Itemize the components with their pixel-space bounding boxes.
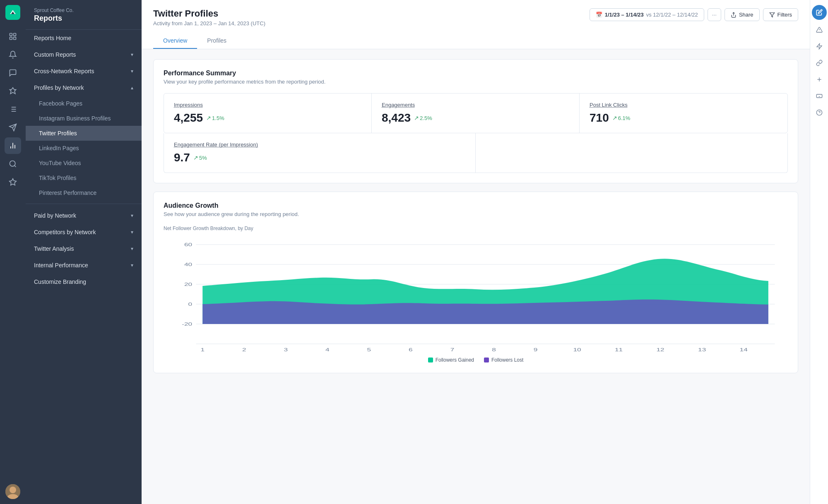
share-label: Share <box>739 12 753 18</box>
engagements-change: ↗ 2.5% <box>414 115 432 121</box>
svg-text:4: 4 <box>325 347 330 352</box>
svg-text:60: 60 <box>184 242 192 247</box>
chart-legend: Followers Gained Followers Lost <box>164 357 788 363</box>
header-actions: 📅 1/1/23 – 1/14/23 vs 12/1/22 – 12/14/22… <box>590 8 798 21</box>
svg-text:8: 8 <box>492 347 496 352</box>
tab-profiles[interactable]: Profiles <box>197 33 236 49</box>
compose-icon <box>816 9 823 16</box>
sidebar-subitem-tiktok-profiles[interactable]: TikTok Profiles <box>26 170 142 185</box>
nav-star-icon[interactable] <box>5 174 21 190</box>
share-icon <box>731 12 737 18</box>
nav-reports-icon[interactable] <box>5 137 21 154</box>
svg-text:11: 11 <box>615 347 623 352</box>
sidebar-subitem-linkedin-pages[interactable]: LinkedIn Pages <box>26 141 142 156</box>
chevron-down-icon: ▾ <box>131 229 133 235</box>
content-area: Performance Summary View your key profil… <box>142 49 810 504</box>
main-content: Twitter Profiles Activity from Jan 1, 20… <box>142 0 810 504</box>
audience-growth-chart: 60 40 20 0 -20 1 2 3 4 5 6 <box>164 236 788 352</box>
sidebar-item-twitter-analysis[interactable]: Twitter Analysis ▾ <box>26 240 142 257</box>
nav-notifications-icon[interactable] <box>5 46 21 63</box>
post-link-clicks-change: ↗ 6.1% <box>612 115 631 121</box>
svg-text:14: 14 <box>740 347 748 352</box>
performance-summary-card: Performance Summary View your key profil… <box>153 59 798 183</box>
sidebar-item-profiles-by-network[interactable]: Profiles by Network ▴ <box>26 79 142 96</box>
svg-rect-3 <box>14 37 16 40</box>
nav-lists-icon[interactable] <box>5 101 21 118</box>
sidebar: Sprout Coffee Co. Reports Reports Home C… <box>26 0 142 504</box>
sidebar-item-custom-reports[interactable]: Custom Reports ▾ <box>26 46 142 63</box>
chevron-down-icon: ▾ <box>131 246 133 252</box>
share-button[interactable]: Share <box>724 8 760 21</box>
sidebar-subitem-twitter-profiles[interactable]: Twitter Profiles <box>26 126 142 141</box>
post-link-clicks-value: 710 ↗ 6.1% <box>590 111 777 125</box>
user-avatar[interactable] <box>5 484 20 499</box>
filters-label: Filters <box>777 12 792 18</box>
tab-overview[interactable]: Overview <box>153 33 197 49</box>
compose-button[interactable] <box>812 5 827 20</box>
sidebar-item-reports-home[interactable]: Reports Home <box>26 30 142 46</box>
nav-messages-icon[interactable] <box>5 65 21 81</box>
date-compare-text: vs 12/1/22 – 12/14/22 <box>646 12 698 18</box>
svg-text:20: 20 <box>184 282 192 287</box>
app-logo <box>5 5 20 20</box>
metric-impressions: Impressions 4,255 ↗ 1.5% <box>164 94 372 133</box>
sidebar-subitem-instagram-business[interactable]: Instagram Business Profiles <box>26 111 142 126</box>
sidebar-subitem-youtube-videos[interactable]: YouTube Videos <box>26 156 142 170</box>
filters-icon <box>769 12 775 18</box>
sidebar-item-internal-performance[interactable]: Internal Performance ▾ <box>26 257 142 274</box>
audience-growth-title: Audience Growth <box>164 202 788 209</box>
tab-bar: Overview Profiles <box>153 33 798 49</box>
lightning-icon-btn[interactable] <box>813 40 826 53</box>
up-arrow-icon: ↗ <box>612 115 617 121</box>
nav-pin-icon[interactable] <box>5 83 21 99</box>
nav-listening-icon[interactable] <box>5 156 21 172</box>
main-header: Twitter Profiles Activity from Jan 1, 20… <box>142 0 810 49</box>
nav-publish-icon[interactable] <box>5 119 21 136</box>
keyboard-icon <box>816 93 823 99</box>
lightning-icon <box>816 43 823 50</box>
plus-icon-btn[interactable] <box>813 73 826 86</box>
alert-icon-btn[interactable] <box>813 23 826 36</box>
sidebar-item-customize-branding[interactable]: Customize Branding <box>26 274 142 290</box>
legend-followers-lost: Followers Lost <box>484 357 523 363</box>
svg-text:7: 7 <box>450 347 455 352</box>
sidebar-subitem-pinterest-performance[interactable]: Pinterest Performance <box>26 185 142 200</box>
svg-line-16 <box>14 166 16 167</box>
help-icon <box>816 109 823 116</box>
up-arrow-icon: ↗ <box>414 115 419 121</box>
nav-home-icon[interactable] <box>5 28 21 45</box>
svg-point-15 <box>10 161 15 166</box>
calendar-icon: 📅 <box>596 12 602 18</box>
sidebar-item-competitors-by-network[interactable]: Competitors by Network ▾ <box>26 224 142 240</box>
sidebar-subitem-facebook-pages[interactable]: Facebook Pages <box>26 96 142 111</box>
svg-text:12: 12 <box>657 347 664 352</box>
svg-text:10: 10 <box>573 347 581 352</box>
svg-text:6: 6 <box>409 347 413 352</box>
filters-button[interactable]: Filters <box>763 8 798 21</box>
followers-lost-dot <box>484 358 489 362</box>
legend-followers-gained: Followers Gained <box>428 357 474 363</box>
metrics-grid: Impressions 4,255 ↗ 1.5% Engagements 8,4… <box>164 93 788 133</box>
icon-bar <box>0 0 26 504</box>
link-icon-btn[interactable] <box>813 56 826 70</box>
svg-text:0: 0 <box>188 302 193 307</box>
chart-svg: 60 40 20 0 -20 1 2 3 4 5 6 <box>164 236 788 352</box>
chart-label: Net Follower Growth Breakdown, by Day <box>164 226 788 231</box>
more-options-button[interactable]: ··· <box>708 8 721 21</box>
engagement-rate-label: Engagement Rate (per Impression) <box>174 142 465 148</box>
sidebar-item-cross-network[interactable]: Cross-Network Reports ▾ <box>26 63 142 79</box>
svg-text:40: 40 <box>184 262 192 267</box>
svg-text:2: 2 <box>242 347 246 352</box>
svg-rect-1 <box>14 34 16 36</box>
metric-empty <box>476 133 787 173</box>
svg-text:5: 5 <box>367 347 371 352</box>
svg-text:9: 9 <box>534 347 538 352</box>
help-icon-btn[interactable] <box>813 106 826 119</box>
svg-marker-17 <box>10 179 17 185</box>
sidebar-item-paid-by-network[interactable]: Paid by Network ▾ <box>26 207 142 224</box>
date-range-button[interactable]: 📅 1/1/23 – 1/14/23 vs 12/1/22 – 12/14/22 <box>590 8 704 21</box>
engagements-label: Engagements <box>382 102 569 108</box>
audience-growth-subtitle: See how your audience grew during the re… <box>164 211 788 217</box>
keyboard-icon-btn[interactable] <box>813 89 826 103</box>
svg-text:-20: -20 <box>182 322 192 326</box>
